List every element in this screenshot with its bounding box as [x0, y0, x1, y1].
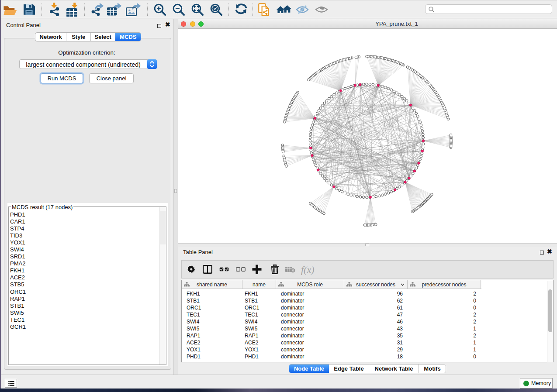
svg-text:f(x): f(x) — [301, 264, 315, 275]
